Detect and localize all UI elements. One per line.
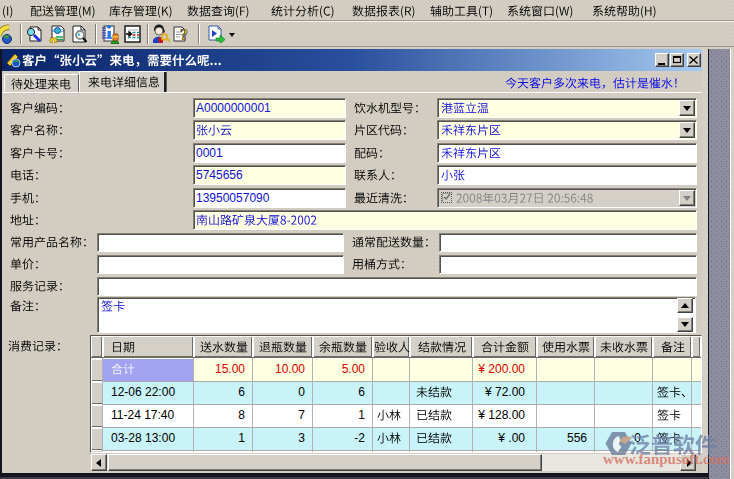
- svg-text:?: ?: [180, 26, 188, 43]
